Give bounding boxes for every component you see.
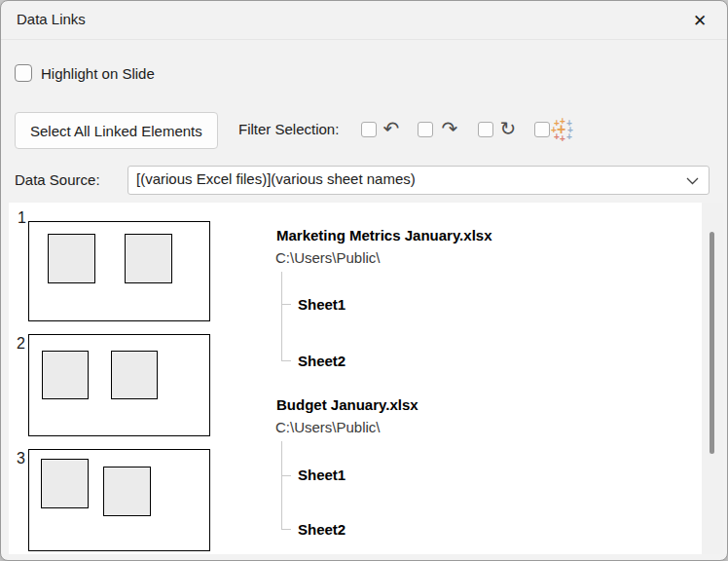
linked-shape[interactable]: [48, 234, 95, 283]
tree-line: [281, 441, 282, 529]
slide-number: 2: [17, 335, 25, 353]
dialog-window: Data Links ✕ Highlight on Slide Select A…: [0, 0, 728, 561]
slide-thumbnail[interactable]: [28, 221, 210, 321]
workbook-path: C:\Users\Public\: [275, 419, 381, 435]
filter-selection-label: Filter Selection:: [238, 121, 339, 137]
linked-shape[interactable]: [42, 351, 89, 399]
slide-number: 1: [18, 209, 26, 227]
chevron-down-icon: [686, 177, 699, 185]
sheet-item[interactable]: Sheet2: [298, 353, 346, 369]
workbook-name[interactable]: Budget January.xlsx: [276, 396, 419, 413]
dialog-title: Data Links: [17, 11, 86, 27]
title-bar: Data Links ✕: [1, 1, 727, 40]
linked-shape[interactable]: [125, 234, 172, 283]
slide-thumbnail[interactable]: [28, 449, 210, 551]
filter-redo-checkbox[interactable]: [418, 122, 433, 137]
redo-icon: ↷: [439, 116, 460, 141]
data-links-list: 1 2 3 Marketing Metrics January.xlsx C:\…: [9, 203, 723, 554]
linked-shape[interactable]: [41, 459, 89, 508]
undo-icon: ↶: [381, 116, 402, 141]
tree-line: [281, 272, 282, 360]
linked-shape[interactable]: [111, 351, 158, 399]
slide-number: 3: [17, 450, 25, 468]
linked-shape[interactable]: [103, 467, 151, 516]
filter-refresh-checkbox[interactable]: [478, 122, 493, 137]
highlight-on-slide-label: Highlight on Slide: [41, 65, 155, 82]
data-source-label: Data Source:: [15, 171, 100, 188]
tree-branch: [281, 304, 291, 305]
data-source-dropdown[interactable]: [(various Excel files)](various sheet na…: [127, 166, 710, 195]
filter-undo-checkbox[interactable]: [361, 122, 377, 137]
workbook-name[interactable]: Marketing Metrics January.xlsx: [276, 227, 491, 243]
sheet-item[interactable]: Sheet1: [298, 467, 346, 483]
data-links-dialog: Data Links ✕ Highlight on Slide Select A…: [0, 0, 728, 561]
refresh-icon: ↻: [497, 116, 519, 141]
scrollbar-thumb[interactable]: [710, 232, 714, 454]
filter-data-change-checkbox[interactable]: [534, 122, 550, 137]
slide-thumbnail[interactable]: [28, 334, 210, 436]
highlight-on-slide-row: Highlight on Slide: [15, 64, 155, 82]
tree-branch: [281, 529, 291, 530]
tree-branch: [281, 360, 291, 361]
select-all-linked-elements-button[interactable]: Select All Linked Elements: [15, 112, 218, 149]
tree-branch: [281, 475, 291, 476]
data-source-value: [(various Excel files)](various sheet na…: [136, 170, 416, 187]
close-icon[interactable]: ✕: [678, 1, 721, 40]
data-change-icon: + + + + + + + + +: [552, 119, 573, 140]
sheet-item[interactable]: Sheet1: [298, 296, 346, 313]
workbook-path: C:\Users\Public\: [275, 249, 381, 266]
highlight-on-slide-checkbox[interactable]: [15, 64, 32, 82]
sheet-item[interactable]: Sheet2: [298, 521, 346, 538]
scrollbar-track[interactable]: [702, 203, 723, 554]
